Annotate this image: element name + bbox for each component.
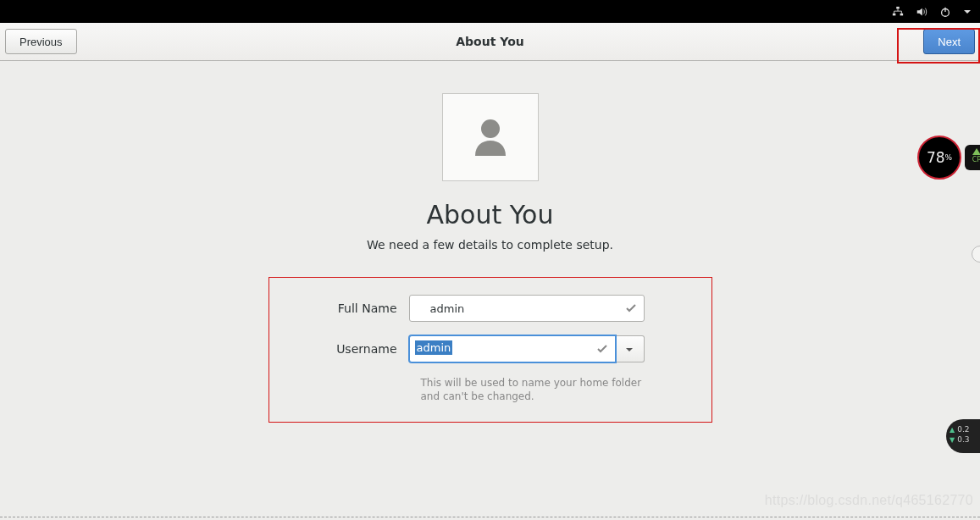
content-area: About You We need a few details to compl… (0, 61, 980, 520)
bottom-dashed-edge (0, 517, 980, 520)
username-row: Username admin (320, 335, 661, 362)
menu-dropdown-icon[interactable] (963, 8, 972, 16)
cpu-label-flag: CP (965, 145, 980, 170)
watermark-text: https://blog.csdn.net/q465162770 (765, 493, 973, 508)
avatar-placeholder[interactable] (442, 93, 539, 181)
annotation-form-highlight: Full Name Username admin (269, 277, 712, 423)
net-up-value: 0.2 (957, 425, 969, 434)
check-icon (596, 342, 608, 358)
net-down-value: 0.3 (957, 435, 969, 444)
svg-rect-2 (900, 13, 904, 15)
fullname-input-wrap (409, 295, 645, 322)
network-monitor-widget: ▲0.2 ▼0.3 (946, 419, 980, 453)
volume-icon[interactable] (916, 6, 927, 18)
page-heading: About You (0, 200, 980, 230)
fullname-input[interactable] (424, 296, 630, 321)
user-avatar-icon (467, 112, 514, 163)
network-wired-icon[interactable] (892, 6, 904, 18)
cpu-unit: % (945, 153, 953, 162)
username-label: Username (320, 342, 409, 356)
arrow-up-icon: ▲ (950, 426, 955, 434)
page-subheading: We need a few details to complete setup. (0, 238, 980, 252)
username-suggestions-button[interactable] (616, 335, 645, 362)
svg-rect-1 (893, 13, 896, 15)
fullname-label: Full Name (320, 301, 409, 315)
svg-rect-0 (896, 6, 900, 8)
svg-point-5 (481, 119, 500, 138)
check-icon (625, 301, 637, 318)
username-help-text: This will be used to name your home fold… (421, 376, 658, 403)
power-icon[interactable] (939, 6, 951, 18)
cpu-value: 78 (927, 149, 945, 166)
header-bar: Previous About You Next (0, 23, 980, 61)
previous-button[interactable]: Previous (5, 29, 77, 54)
chevron-down-icon (625, 341, 634, 357)
next-button[interactable]: Next (923, 29, 975, 54)
cpu-ring: 78% (917, 136, 961, 180)
username-input-wrap: admin (409, 335, 616, 362)
arrow-down-icon: ▼ (950, 436, 955, 444)
header-title: About You (0, 35, 980, 48)
cpu-monitor-widget: CP 78% (916, 134, 980, 181)
gnome-top-bar (0, 0, 980, 23)
fullname-row: Full Name (320, 295, 661, 322)
